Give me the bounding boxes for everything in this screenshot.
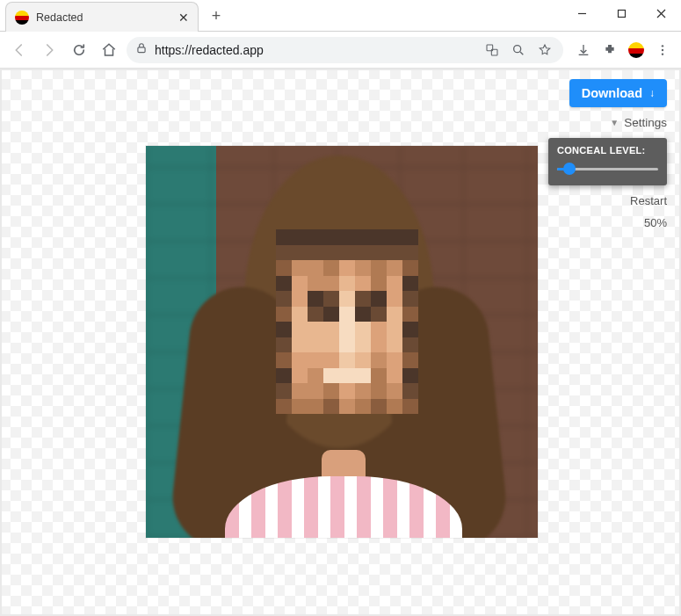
- new-tab-button[interactable]: +: [204, 4, 228, 28]
- url-text: https://redacted.app: [155, 43, 475, 57]
- browser-tab[interactable]: Redacted ✕: [5, 2, 199, 32]
- window-minimize-button[interactable]: [562, 0, 602, 26]
- browser-toolbar: https://redacted.app: [0, 32, 681, 69]
- redacted-extension-icon[interactable]: [625, 39, 648, 62]
- zoom-percent-label[interactable]: 50%: [644, 216, 667, 229]
- close-tab-icon[interactable]: ✕: [178, 11, 189, 25]
- translate-icon[interactable]: [482, 43, 502, 57]
- downloads-ext-icon[interactable]: [572, 39, 595, 62]
- app-viewport: Download ↓ ▼ Settings CONCEAL LEVEL: Res…: [0, 69, 681, 616]
- settings-label: Settings: [624, 116, 667, 129]
- lock-icon: [135, 42, 148, 57]
- download-arrow-icon: ↓: [649, 87, 655, 99]
- download-button[interactable]: Download ↓: [569, 79, 667, 107]
- nav-reload-button[interactable]: [67, 38, 91, 62]
- window-maximize-button[interactable]: [602, 0, 641, 26]
- address-bar[interactable]: https://redacted.app: [127, 37, 563, 63]
- svg-line-8: [520, 52, 523, 54]
- conceal-level-panel: CONCEAL LEVEL:: [548, 138, 667, 185]
- conceal-level-slider[interactable]: [557, 163, 658, 175]
- chevron-down-icon: ▼: [610, 118, 619, 127]
- pixelated-face-region: [276, 229, 418, 414]
- zoom-icon[interactable]: [509, 43, 528, 57]
- tab-title: Redacted: [36, 11, 171, 24]
- slider-thumb-icon[interactable]: [563, 163, 576, 175]
- nav-home-button[interactable]: [97, 38, 121, 62]
- window-close-button[interactable]: [641, 0, 681, 26]
- svg-rect-1: [619, 10, 626, 17]
- svg-point-9: [662, 45, 663, 47]
- download-button-label: Download: [582, 86, 642, 100]
- window-titlebar: Redacted ✕ +: [0, 0, 681, 32]
- svg-point-11: [662, 53, 663, 54]
- nav-forward-button[interactable]: [37, 38, 62, 62]
- window-controls: [562, 0, 681, 26]
- svg-point-10: [662, 48, 663, 50]
- image-canvas[interactable]: [146, 146, 538, 538]
- conceal-level-label: CONCEAL LEVEL:: [557, 145, 658, 156]
- settings-toggle[interactable]: ▼ Settings: [610, 116, 667, 129]
- redacted-favicon-icon: [15, 11, 29, 25]
- browser-menu-button[interactable]: [651, 43, 674, 57]
- app-topbar: Download ↓ ▼ Settings CONCEAL LEVEL: Res…: [548, 79, 667, 229]
- extensions-puzzle-icon[interactable]: [598, 39, 621, 62]
- extensions-row: [572, 39, 674, 62]
- svg-rect-4: [138, 47, 145, 53]
- restart-link[interactable]: Restart: [630, 194, 667, 207]
- bookmark-star-icon[interactable]: [535, 43, 554, 57]
- nav-back-button[interactable]: [7, 38, 32, 62]
- svg-point-7: [514, 45, 521, 52]
- side-links: Restart 50%: [630, 194, 667, 229]
